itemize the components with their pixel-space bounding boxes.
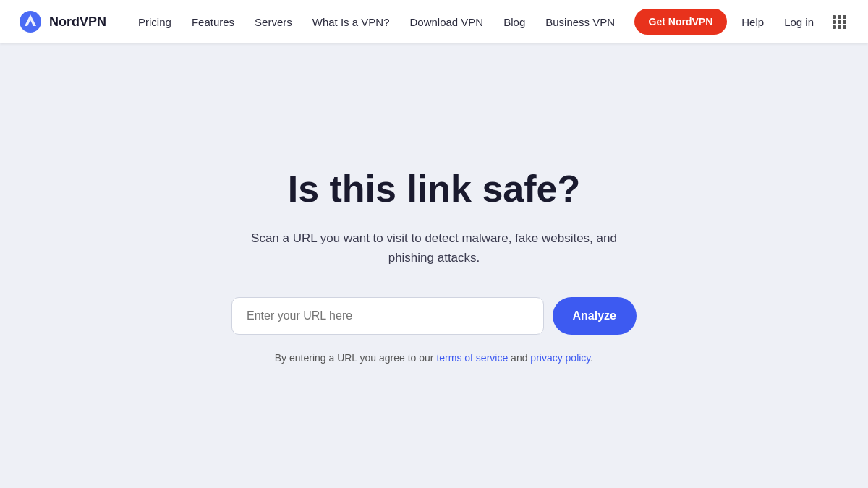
get-nordvpn-button[interactable]: Get NordVPN [634,9,728,35]
logo-link[interactable]: NordVPN [17,9,106,35]
terms-prefix: By entering a URL you agree to our [275,352,437,364]
url-input[interactable] [231,297,544,335]
nav-business-vpn[interactable]: Business VPN [537,12,624,33]
grid-dot [833,20,836,24]
nav-what-is-vpn[interactable]: What Is a VPN? [304,12,399,33]
nav-features[interactable]: Features [183,12,243,33]
grid-dot [843,25,846,29]
privacy-policy-link[interactable]: privacy policy [530,352,590,364]
terms-of-service-link[interactable]: terms of service [436,352,508,364]
nav-help-link[interactable]: Help [736,12,770,33]
nav-actions: Get NordVPN Help Log in [634,9,851,35]
hero-title: Is this link safe? [288,168,581,211]
grid-dot [838,15,841,19]
nav-download-vpn[interactable]: Download VPN [401,12,492,33]
hero-section: Is this link safe? Scan a URL you want t… [217,139,651,392]
grid-dot [838,20,841,24]
nav-blog[interactable]: Blog [495,12,534,33]
nordvpn-logo-icon [17,9,43,35]
nav-pricing[interactable]: Pricing [129,12,180,33]
navbar: NordVPN Pricing Features Servers What Is… [0,0,868,43]
terms-suffix: . [590,352,593,364]
url-form: Analyze [231,297,637,335]
hero-subtitle: Scan a URL you want to visit to detect m… [231,228,637,267]
grid-dot [843,15,846,19]
logo-text: NordVPN [49,14,106,30]
grid-dot [833,15,836,19]
grid-dot [843,20,846,24]
nav-servers[interactable]: Servers [246,12,301,33]
nav-links: Pricing Features Servers What Is a VPN? … [129,12,634,33]
terms-notice: By entering a URL you agree to our terms… [275,352,593,364]
main-content: Is this link safe? Scan a URL you want t… [0,43,868,488]
analyze-button[interactable]: Analyze [553,297,637,335]
grid-dot [833,25,836,29]
nav-grid-menu-button[interactable] [828,11,851,33]
terms-and: and [508,352,530,364]
nav-login-link[interactable]: Log in [778,12,820,33]
grid-dot [838,25,841,29]
